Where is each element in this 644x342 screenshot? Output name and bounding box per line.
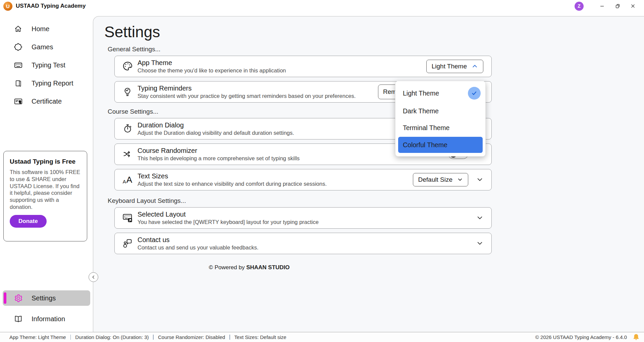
option-label: Light Theme bbox=[403, 90, 439, 97]
titlebar: U USTAAD Typing Academy Z bbox=[0, 0, 644, 12]
sidebar-item-label: Home bbox=[32, 25, 49, 33]
chevron-up-icon bbox=[472, 63, 478, 69]
page-title: Settings bbox=[104, 23, 644, 41]
option-label: Terminal Theme bbox=[403, 124, 449, 132]
sidebar-item-certificate[interactable]: Certificate bbox=[0, 94, 93, 109]
row-app-theme: App Theme Choose the theme you'd like to… bbox=[114, 56, 492, 77]
status-course-randomizer: Course Randomizer: Disabled bbox=[158, 334, 225, 340]
status-duration-dialog: Duration Dialog: On (Duration: 3) bbox=[75, 334, 149, 340]
row-title: Contact us bbox=[138, 236, 258, 244]
statusbar: App Theme: Light Theme Duration Dialog: … bbox=[0, 332, 644, 342]
theme-option-dark[interactable]: Dark Theme bbox=[395, 103, 485, 119]
sidebar-item-label: Typing Test bbox=[32, 61, 65, 69]
sidebar-item-typing-report[interactable]: Typing Report bbox=[0, 76, 93, 91]
row-text-sizes: AA Text Sizes Adjust the text size to en… bbox=[114, 169, 492, 190]
sidebar-collapse-button[interactable] bbox=[89, 272, 98, 282]
sidebar-item-label: Certificate bbox=[32, 98, 62, 105]
row-description: Adjust the Duration dialog visibility an… bbox=[138, 130, 294, 136]
app-title: USTAAD Typing Academy bbox=[16, 3, 86, 9]
maximize-button[interactable] bbox=[610, 1, 625, 11]
theme-option-light[interactable]: Light Theme bbox=[395, 84, 485, 103]
text-size-select[interactable]: Default Size bbox=[413, 173, 468, 186]
close-button[interactable] bbox=[625, 1, 641, 11]
text-size-selected-value: Default Size bbox=[418, 176, 452, 183]
row-contact-us: Contact us Contact us and send us your v… bbox=[114, 233, 492, 254]
row-selected-layout: Selected Layout You have selected the [Q… bbox=[114, 207, 492, 229]
row-description: This helps in developing a more comprehe… bbox=[138, 155, 300, 162]
check-icon bbox=[468, 87, 481, 100]
chevron-down-icon bbox=[457, 177, 463, 182]
theme-option-colorful[interactable]: Colorful Theme bbox=[398, 137, 483, 153]
home-icon bbox=[13, 24, 23, 33]
app-theme-selected-value: Light Theme bbox=[432, 63, 467, 70]
row-title: Selected Layout bbox=[138, 210, 319, 218]
row-title: Course Randomizer bbox=[138, 147, 300, 155]
status-text-sizes: Text Sizes: Default size bbox=[234, 334, 286, 340]
minimize-button[interactable] bbox=[594, 1, 610, 11]
sidebar-item-label: Settings bbox=[32, 294, 56, 302]
sidebar-item-typing-test[interactable]: Typing Test bbox=[0, 58, 93, 72]
sidebar: Home Games Typing Test bbox=[0, 12, 93, 332]
keyboard-icon bbox=[13, 61, 23, 70]
chevron-left-icon bbox=[91, 275, 96, 280]
copyright-text: © 2026 USTAAD Typing Academy - 6.4.0 bbox=[535, 334, 627, 340]
donation-card-title: Ustaad Typing is Free bbox=[10, 158, 81, 165]
text-size-icon: AA bbox=[121, 175, 134, 184]
active-accent-bar bbox=[4, 292, 6, 304]
studio-name: SHAAN STUDIO bbox=[246, 264, 289, 271]
sidebar-item-settings[interactable]: Settings bbox=[3, 290, 90, 306]
puzzle-icon bbox=[13, 43, 23, 51]
row-description: Choose the theme you'd like to experienc… bbox=[138, 67, 286, 74]
app-theme-select[interactable]: Light Theme bbox=[426, 60, 483, 73]
stopwatch-icon bbox=[121, 123, 134, 134]
sidebar-item-label: Information bbox=[32, 315, 65, 323]
reminder-bulb-icon bbox=[121, 87, 134, 97]
chevron-down-icon[interactable] bbox=[476, 240, 483, 247]
row-title: App Theme bbox=[138, 59, 286, 67]
row-title: Duration Dialog bbox=[138, 121, 294, 129]
sidebar-item-home[interactable]: Home bbox=[0, 21, 93, 36]
row-description: You have selected the [QWERTY keyboard] … bbox=[138, 219, 319, 225]
user-avatar[interactable]: Z bbox=[575, 2, 584, 11]
theme-dropdown: Light Theme Dark Theme Terminal Theme Co… bbox=[395, 81, 486, 157]
shuffle-icon bbox=[121, 149, 134, 159]
book-icon bbox=[13, 315, 23, 324]
section-keyboard-settings: Keyboard Layout Settings... bbox=[108, 197, 492, 205]
row-title: Text Sizes bbox=[138, 172, 327, 180]
chevron-down-icon[interactable] bbox=[476, 214, 483, 221]
row-description: Contact us and send us your valuable fee… bbox=[138, 244, 258, 251]
keyboard-layout-icon bbox=[121, 212, 134, 223]
powered-by-footer: © Powered by SHAAN STUDIO bbox=[93, 264, 405, 271]
sidebar-item-information[interactable]: Information bbox=[3, 311, 90, 327]
status-separator bbox=[229, 335, 230, 340]
report-icon bbox=[13, 79, 23, 88]
row-description: Stay consistent with your practice by ge… bbox=[138, 93, 356, 99]
palette-icon bbox=[121, 61, 134, 72]
row-title: Typing Reminders bbox=[138, 84, 356, 92]
certificate-icon bbox=[13, 97, 23, 106]
gear-icon bbox=[13, 294, 23, 303]
option-label: Colorful Theme bbox=[403, 141, 447, 149]
status-app-theme: App Theme: Light Theme bbox=[9, 334, 66, 340]
donate-button[interactable]: Donate bbox=[10, 215, 47, 228]
app-logo-icon: U bbox=[3, 2, 12, 11]
bell-icon[interactable] bbox=[633, 334, 639, 341]
sidebar-item-label: Games bbox=[32, 43, 53, 51]
sidebar-item-label: Typing Report bbox=[32, 79, 73, 87]
status-separator bbox=[153, 335, 154, 340]
donation-card: Ustaad Typing is Free This software is 1… bbox=[3, 151, 87, 241]
app-body: Home Games Typing Test bbox=[0, 12, 644, 332]
status-separator bbox=[70, 335, 71, 340]
donation-card-body: This software is 100% FREE to use & SHAR… bbox=[10, 169, 81, 211]
powered-by-text: © Powered by bbox=[209, 264, 246, 271]
option-label: Dark Theme bbox=[403, 107, 439, 115]
sidebar-item-games[interactable]: Games bbox=[0, 40, 93, 54]
contact-icon bbox=[121, 238, 134, 248]
row-description: Adjust the text size to enhance visibili… bbox=[138, 181, 327, 187]
theme-option-terminal[interactable]: Terminal Theme bbox=[395, 119, 485, 136]
section-general-settings: General Settings... bbox=[108, 46, 644, 53]
chevron-down-icon[interactable] bbox=[476, 176, 483, 183]
settings-panel: Settings General Settings... App Theme C… bbox=[93, 16, 644, 332]
